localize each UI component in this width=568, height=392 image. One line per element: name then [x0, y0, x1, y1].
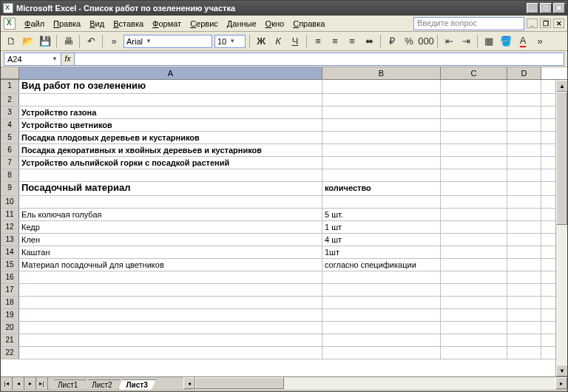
- formula-bar[interactable]: [75, 53, 564, 66]
- cell[interactable]: [507, 322, 541, 334]
- new-file-icon[interactable]: 🗋: [4, 34, 18, 49]
- open-file-icon[interactable]: 📂: [21, 34, 36, 49]
- cell[interactable]: [441, 246, 507, 258]
- row-header[interactable]: 11: [1, 209, 19, 220]
- maximize-button[interactable]: □: [540, 3, 552, 13]
- sheet-nav-prev-icon[interactable]: ◂: [13, 377, 24, 390]
- cell[interactable]: [507, 94, 541, 106]
- sheet-nav-next-icon[interactable]: ▸: [24, 377, 36, 390]
- column-header-b[interactable]: B: [322, 67, 441, 79]
- cell[interactable]: [322, 107, 441, 118]
- decrease-indent-icon[interactable]: ⇤: [442, 34, 456, 49]
- row-header[interactable]: 1: [1, 80, 19, 93]
- cell[interactable]: [507, 196, 541, 208]
- cell[interactable]: [441, 182, 507, 195]
- cell[interactable]: Клен: [19, 234, 322, 246]
- cell[interactable]: [19, 94, 322, 106]
- cell[interactable]: [507, 297, 541, 308]
- row-header[interactable]: 17: [1, 284, 19, 296]
- row-header[interactable]: 19: [1, 309, 19, 321]
- menu-сервис[interactable]: Сервис: [186, 18, 223, 30]
- cell[interactable]: Кедр: [19, 221, 322, 233]
- cell[interactable]: [322, 309, 441, 321]
- cell[interactable]: [507, 132, 541, 143]
- align-left-icon[interactable]: ≡: [311, 34, 325, 49]
- row-header[interactable]: 4: [1, 119, 19, 131]
- menu-вставка[interactable]: Вставка: [109, 18, 148, 30]
- cell[interactable]: [441, 169, 507, 181]
- align-center-icon[interactable]: ≡: [328, 34, 342, 49]
- close-button[interactable]: ✕: [553, 3, 565, 13]
- cell[interactable]: [322, 334, 441, 346]
- cell[interactable]: [441, 119, 507, 131]
- row-header[interactable]: 10: [1, 196, 19, 208]
- menu-справка[interactable]: Справка: [288, 18, 329, 30]
- app-menu-icon[interactable]: [4, 18, 16, 30]
- cell[interactable]: [441, 94, 507, 106]
- cell[interactable]: Посадочный материал: [19, 182, 322, 195]
- scroll-right-icon[interactable]: ▸: [555, 377, 567, 389]
- minimize-button[interactable]: _: [527, 3, 538, 13]
- cell[interactable]: [322, 119, 441, 131]
- scroll-left-icon[interactable]: ◂: [183, 377, 195, 389]
- cell[interactable]: [441, 196, 507, 208]
- row-header[interactable]: 22: [1, 347, 19, 359]
- bold-icon[interactable]: Ж: [254, 34, 268, 49]
- cell[interactable]: [507, 259, 541, 271]
- currency-icon[interactable]: ₽: [385, 34, 399, 49]
- cell[interactable]: [507, 182, 541, 195]
- borders-icon[interactable]: ▦: [481, 34, 496, 49]
- cell[interactable]: [322, 297, 441, 308]
- row-header[interactable]: 16: [1, 271, 19, 283]
- cell[interactable]: [507, 209, 541, 220]
- row-header[interactable]: 18: [1, 297, 19, 308]
- cell[interactable]: [322, 144, 441, 156]
- print-icon[interactable]: 🖶: [61, 34, 75, 49]
- thousands-icon[interactable]: 000: [419, 34, 433, 49]
- cell[interactable]: [441, 209, 507, 220]
- cell[interactable]: [507, 309, 541, 321]
- scroll-down-icon[interactable]: ▼: [556, 365, 568, 376]
- percent-icon[interactable]: %: [402, 34, 416, 49]
- cell[interactable]: 1 шт: [322, 221, 441, 233]
- cell[interactable]: [441, 297, 507, 308]
- column-header-a[interactable]: A: [19, 67, 322, 79]
- sheet-tab-лист2[interactable]: Лист2: [84, 379, 120, 390]
- select-all-corner[interactable]: [1, 67, 19, 79]
- cell[interactable]: [322, 80, 441, 93]
- cell[interactable]: согласно спецификации: [322, 259, 441, 271]
- cell[interactable]: [19, 284, 322, 296]
- cell[interactable]: [322, 157, 441, 169]
- row-header[interactable]: 2: [1, 94, 19, 106]
- cell[interactable]: [441, 259, 507, 271]
- cell[interactable]: 4 шт: [322, 234, 441, 246]
- row-header[interactable]: 21: [1, 334, 19, 346]
- cell[interactable]: количество: [322, 182, 441, 195]
- cell[interactable]: Устройство газона: [19, 107, 322, 118]
- cell[interactable]: [441, 284, 507, 296]
- cell[interactable]: 1шт: [322, 246, 441, 258]
- cell[interactable]: [507, 221, 541, 233]
- cell[interactable]: [19, 347, 322, 359]
- cell[interactable]: [507, 271, 541, 283]
- cell[interactable]: [441, 221, 507, 233]
- cell[interactable]: [441, 107, 507, 118]
- cell[interactable]: [322, 271, 441, 283]
- merge-center-icon[interactable]: ⬌: [362, 34, 376, 49]
- cell[interactable]: [441, 80, 507, 93]
- cell[interactable]: Посадка декоративных и хвойных деревьев …: [19, 144, 322, 156]
- cell[interactable]: [19, 169, 322, 181]
- save-icon[interactable]: 💾: [38, 34, 53, 49]
- menu-формат[interactable]: Формат: [148, 18, 186, 30]
- italic-icon[interactable]: К: [271, 34, 285, 49]
- cell[interactable]: [507, 107, 541, 118]
- horizontal-scrollbar[interactable]: ◂ ▸: [183, 377, 567, 390]
- cell[interactable]: [441, 309, 507, 321]
- doc-minimize-button[interactable]: _: [527, 18, 538, 28]
- name-box[interactable]: A24▼: [4, 53, 61, 66]
- sheet-nav-first-icon[interactable]: |◂: [1, 377, 13, 390]
- sheet-nav-last-icon[interactable]: ▸|: [36, 377, 48, 390]
- align-right-icon[interactable]: ≡: [345, 34, 359, 49]
- toolbar-overflow-icon[interactable]: »: [532, 34, 547, 49]
- increase-indent-icon[interactable]: ⇥: [459, 34, 473, 49]
